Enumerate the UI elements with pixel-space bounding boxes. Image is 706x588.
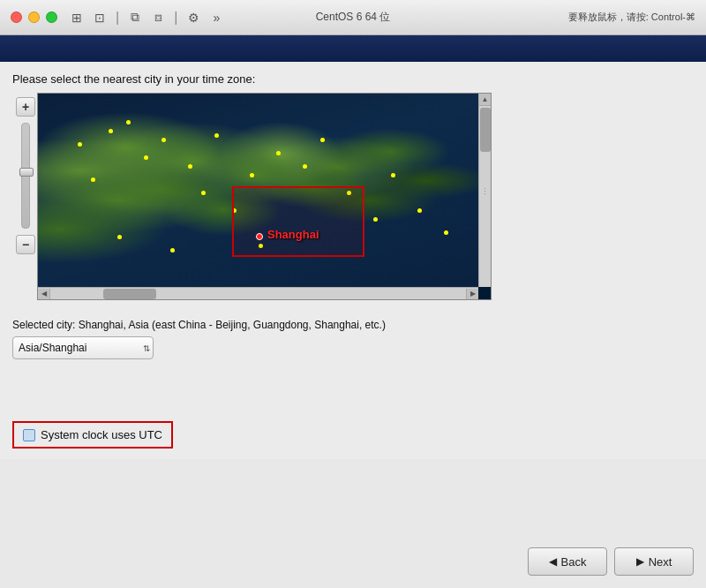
- city-dot: [201, 191, 206, 195]
- city-dot: [320, 138, 325, 142]
- sidebar-toggle-icon[interactable]: ⊞: [70, 11, 84, 25]
- tool-icon[interactable]: ⚙: [186, 11, 200, 25]
- selected-city-info: Selected city: Shanghai, Asia (east Chin…: [12, 319, 694, 331]
- city-dot: [126, 120, 131, 124]
- city-dot: [250, 173, 254, 177]
- close-button[interactable]: [11, 11, 22, 23]
- maximize-button[interactable]: [46, 11, 57, 23]
- city-dot: [78, 142, 82, 147]
- utc-checkbox[interactable]: [23, 429, 35, 441]
- hint-text: 要释放鼠标，请按: Control-⌘: [568, 11, 695, 24]
- back-button[interactable]: ◀ Back: [528, 547, 607, 576]
- more-icon[interactable]: »: [209, 11, 223, 25]
- shanghai-highlight-box: [232, 186, 364, 257]
- utc-checkbox-area: System clock uses UTC: [12, 421, 173, 449]
- main-area: Please select the nearest city in your t…: [0, 62, 706, 459]
- city-dot: [417, 208, 422, 213]
- zoom-out-button[interactable]: −: [16, 235, 35, 254]
- back-arrow-icon: ◀: [549, 555, 557, 568]
- stack-icon[interactable]: ⧈: [151, 11, 165, 25]
- back-label: Back: [561, 555, 587, 569]
- instruction-text: Please select the nearest city in your t…: [12, 72, 694, 86]
- map-terrain: Shanghai: [38, 94, 478, 287]
- zoom-slider-thumb[interactable]: [19, 168, 34, 177]
- vscroll-thumb[interactable]: [480, 108, 491, 152]
- map-vscrollbar[interactable]: ▲ ⋮: [478, 94, 491, 287]
- titlebar-icons: ⊞ ⊡ | ⧉ ⧈ | ⚙ »: [70, 10, 223, 26]
- scroll-up-arrow[interactable]: ▲: [479, 94, 491, 106]
- city-dot: [444, 230, 448, 235]
- city-dot: [91, 177, 95, 182]
- next-button[interactable]: ▶ Next: [614, 547, 694, 576]
- utc-label[interactable]: System clock uses UTC: [41, 428, 162, 441]
- navigation-buttons: ◀ Back ▶ Next: [528, 547, 694, 576]
- zoom-in-button[interactable]: +: [16, 97, 35, 117]
- map-section: + −: [12, 93, 493, 312]
- city-dot: [391, 173, 395, 177]
- bottom-section: System clock uses UTC: [12, 412, 694, 449]
- separator2-icon: |: [174, 10, 177, 26]
- shanghai-marker: [256, 233, 263, 240]
- zoom-controls: + −: [12, 93, 39, 312]
- timezone-row: Asia/Shanghai Asia/Beijing Asia/Tokyo As…: [12, 336, 694, 359]
- city-dot: [303, 164, 307, 169]
- city-dot: [144, 155, 148, 160]
- timezone-dropdown[interactable]: Asia/Shanghai Asia/Beijing Asia/Tokyo As…: [12, 336, 154, 359]
- city-dot: [161, 138, 166, 142]
- city-dot: [214, 133, 219, 138]
- top-progress-bar: [0, 35, 706, 62]
- city-dot: [373, 217, 378, 222]
- scroll-left-arrow[interactable]: ◀: [38, 289, 50, 299]
- vscroll-indicator: ⋮: [479, 187, 491, 196]
- map-hscrollbar[interactable]: ◀ ▶: [38, 287, 478, 299]
- next-label: Next: [649, 555, 672, 569]
- minimize-button[interactable]: [28, 11, 40, 23]
- scroll-right-arrow[interactable]: ▶: [466, 289, 478, 299]
- city-dot: [117, 235, 122, 239]
- window-overlay-icon[interactable]: ⧉: [128, 11, 142, 25]
- hscroll-thumb[interactable]: [103, 289, 156, 299]
- city-dot: [188, 164, 192, 169]
- titlebar: ⊞ ⊡ | ⧉ ⧈ | ⚙ » CentOS 6 64 位 要释放鼠标，请按: …: [0, 0, 706, 35]
- separator-icon: |: [116, 10, 119, 26]
- shanghai-label: Shanghai: [267, 228, 319, 241]
- city-dot: [109, 129, 113, 133]
- city-dot: [170, 248, 175, 253]
- city-dot: [276, 151, 281, 155]
- timezone-dropdown-wrapper: Asia/Shanghai Asia/Beijing Asia/Tokyo As…: [12, 336, 154, 359]
- map-container[interactable]: Shanghai ▲ ⋮ ◀ ▶: [37, 93, 492, 300]
- traffic-lights: [11, 11, 57, 23]
- zoom-slider[interactable]: [21, 123, 30, 229]
- window-title: CentOS 6 64 位: [316, 10, 391, 25]
- screenshot-icon[interactable]: ⊡: [93, 11, 107, 25]
- next-arrow-icon: ▶: [636, 555, 644, 568]
